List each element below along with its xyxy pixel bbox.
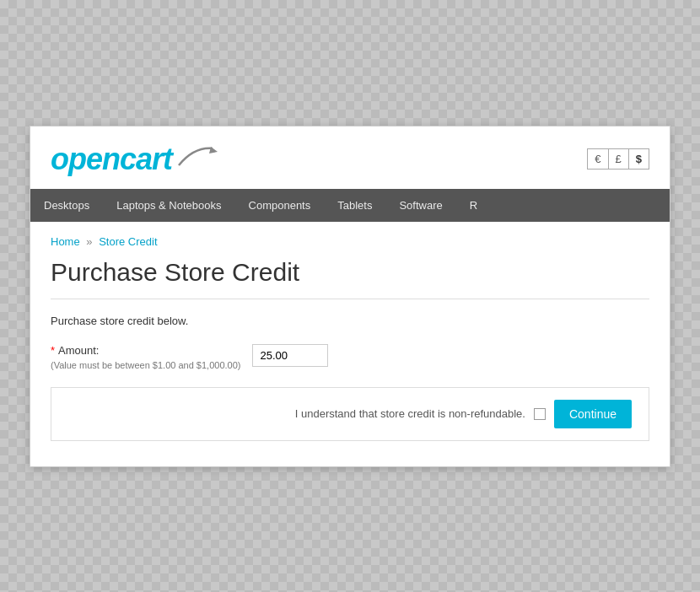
logo-arrow	[177, 145, 219, 174]
nav-item-desktops[interactable]: Desktops	[30, 189, 103, 222]
logo-text: opencart	[51, 142, 172, 177]
breadcrumb: Home » Store Credit	[51, 235, 649, 248]
euro-currency-button[interactable]: €	[588, 149, 608, 169]
logo-area: opencart	[51, 142, 219, 177]
nav-item-tablets[interactable]: Tablets	[324, 189, 385, 222]
amount-field-info: *Amount: (Value must be between $1.00 an…	[51, 344, 240, 370]
page-description: Purchase store credit below.	[51, 315, 649, 327]
nav-item-components[interactable]: Components	[235, 189, 325, 222]
nonrefundable-checkbox[interactable]	[534, 408, 546, 420]
amount-label: *Amount:	[51, 344, 240, 357]
nav-item-laptops[interactable]: Laptops & Notebooks	[103, 189, 234, 222]
breadcrumb-home-link[interactable]: Home	[51, 235, 80, 248]
breadcrumb-current-link[interactable]: Store Credit	[99, 235, 157, 248]
nav-item-software[interactable]: Software	[385, 189, 455, 222]
continue-button[interactable]: Continue	[554, 400, 632, 428]
content: Home » Store Credit Purchase Store Credi…	[30, 222, 670, 466]
amount-note: (Value must be between $1.00 and $1,000.…	[51, 360, 240, 370]
amount-input[interactable]	[252, 344, 328, 367]
pound-currency-button[interactable]: £	[609, 149, 629, 169]
page-title: Purchase Store Credit	[51, 258, 649, 299]
nav-item-more[interactable]: R	[456, 189, 491, 222]
currency-selector: € £ $	[587, 148, 649, 170]
browser-window: opencart € £ $ Desktops Laptops & Notebo…	[30, 126, 670, 467]
breadcrumb-separator: »	[86, 235, 92, 248]
confirm-box: I understand that store credit is non-re…	[51, 387, 649, 441]
dollar-currency-button[interactable]: $	[629, 149, 649, 169]
confirm-text: I understand that store credit is non-re…	[295, 407, 525, 420]
nav-bar: Desktops Laptops & Notebooks Components …	[30, 189, 670, 222]
amount-field-row: *Amount: (Value must be between $1.00 an…	[51, 344, 649, 370]
required-indicator: *	[51, 344, 55, 357]
header: opencart € £ $	[30, 126, 670, 189]
amount-form-group: *Amount: (Value must be between $1.00 an…	[51, 344, 649, 370]
